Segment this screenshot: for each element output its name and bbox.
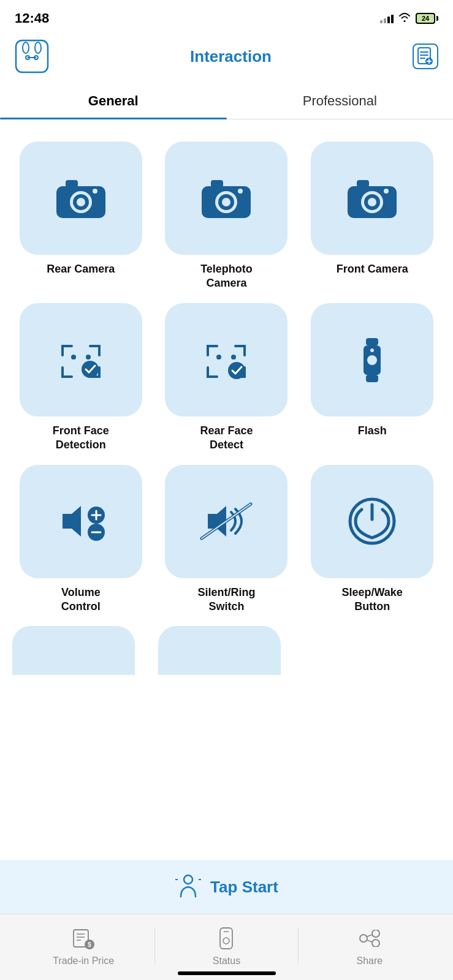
svg-point-34 [82, 361, 99, 378]
flash-label: Flash [358, 424, 387, 438]
tab-general[interactable]: General [0, 83, 227, 119]
svg-point-51 [184, 875, 192, 884]
partial-item-2 [158, 626, 281, 675]
silent-ring-switch-label: Silent/RingSwitch [197, 586, 255, 614]
grid-item-rear-face-detect[interactable]: Rear FaceDetect [158, 303, 295, 453]
status-icon [213, 925, 240, 952]
silent-ring-switch-icon-box [165, 465, 287, 578]
wifi-icon [398, 12, 411, 24]
front-face-detection-icon-box [20, 303, 142, 417]
front-camera-icon-box [311, 141, 433, 255]
page-title: Interaction [190, 47, 272, 66]
grid-item-silent-ring-switch[interactable]: Silent/RingSwitch [158, 465, 295, 614]
svg-line-67 [367, 940, 372, 942]
battery-icon: 24 [416, 13, 438, 24]
doc-button[interactable] [413, 43, 438, 69]
svg-point-25 [238, 189, 243, 194]
status-icons: 24 [380, 12, 438, 24]
app-header: Interaction [0, 33, 453, 83]
svg-point-62 [223, 938, 229, 944]
svg-point-63 [360, 935, 367, 942]
share-label: Share [356, 956, 383, 967]
svg-rect-38 [366, 338, 378, 345]
feature-grid: Rear Camera TelephotoCamera [0, 129, 453, 620]
app-logo [15, 39, 49, 74]
bottom-nav: $ Trade-in Price Status Share [0, 914, 453, 980]
tabs: General Professional [0, 83, 453, 119]
sleep-wake-button-icon-box [311, 465, 433, 578]
grid-item-sleep-wake-button[interactable]: Sleep/WakeButton [303, 465, 441, 614]
svg-point-35 [216, 355, 221, 360]
grid-item-volume-control[interactable]: VolumeControl [12, 465, 150, 614]
volume-control-icon-box [20, 465, 142, 578]
svg-point-1 [23, 42, 29, 53]
svg-point-32 [71, 355, 76, 360]
partial-row [0, 620, 453, 675]
svg-point-19 [93, 189, 97, 194]
svg-point-64 [372, 930, 379, 937]
telephoto-camera-icon-box [165, 141, 287, 255]
share-icon [356, 925, 383, 952]
svg-point-2 [35, 42, 41, 53]
trade-in-price-icon: $ [70, 925, 97, 952]
status-time: 12:48 [15, 10, 49, 26]
svg-rect-60 [220, 928, 232, 949]
tap-start-icon [175, 873, 202, 900]
svg-rect-30 [357, 180, 369, 187]
svg-rect-18 [66, 180, 78, 187]
grid-item-telephoto-camera[interactable]: TelephotoCamera [158, 141, 295, 291]
nav-item-share[interactable]: Share [299, 925, 441, 967]
svg-rect-24 [211, 180, 223, 187]
rear-camera-label: Rear Camera [47, 262, 115, 276]
partial-item-3 [303, 626, 426, 675]
front-camera-label: Front Camera [337, 262, 408, 276]
status-label: Status [213, 956, 240, 967]
rear-face-detect-label: Rear FaceDetect [200, 424, 253, 453]
nav-item-status[interactable]: Status [155, 925, 297, 967]
front-face-detection-label: Front FaceDetection [53, 424, 109, 453]
grid-item-rear-camera[interactable]: Rear Camera [12, 141, 150, 291]
sleep-wake-button-label: Sleep/WakeButton [341, 586, 402, 614]
svg-point-33 [86, 355, 91, 360]
svg-point-42 [370, 349, 374, 352]
rear-camera-icon-box [20, 141, 142, 255]
svg-rect-0 [16, 40, 48, 72]
rear-face-detect-icon-box [165, 303, 287, 417]
telephoto-camera-label: TelephotoCamera [200, 262, 253, 291]
svg-point-17 [77, 198, 85, 206]
svg-point-41 [367, 355, 377, 365]
svg-line-66 [367, 935, 372, 937]
svg-point-23 [222, 198, 230, 206]
svg-point-31 [384, 189, 389, 194]
tap-start-bar[interactable]: Tap Start [0, 860, 453, 914]
svg-point-37 [228, 362, 245, 379]
nav-item-trade-in-price[interactable]: $ Trade-in Price [12, 925, 154, 967]
tab-professional[interactable]: Professional [227, 83, 454, 119]
svg-point-36 [231, 355, 236, 360]
volume-control-label: VolumeControl [61, 586, 101, 614]
svg-point-29 [368, 198, 376, 206]
grid-item-flash[interactable]: Flash [303, 303, 441, 453]
grid-item-front-face-detection[interactable]: Front FaceDetection [12, 303, 150, 453]
scroll-content: Rear Camera TelephotoCamera [0, 129, 453, 810]
grid-item-front-camera[interactable]: Front Camera [303, 141, 441, 291]
status-bar: 12:48 24 [0, 0, 453, 33]
flash-icon-box [311, 303, 433, 417]
svg-point-65 [372, 940, 379, 947]
svg-rect-40 [366, 375, 378, 382]
tap-start-label: Tap Start [210, 878, 278, 897]
signal-icon [380, 13, 394, 23]
partial-item-1 [12, 626, 135, 675]
trade-in-price-label: Trade-in Price [53, 956, 114, 967]
svg-text:$: $ [88, 941, 91, 948]
home-indicator [178, 971, 276, 975]
